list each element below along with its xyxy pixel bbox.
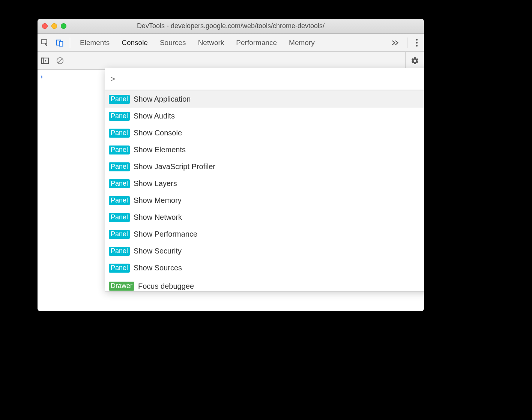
minimize-window-button[interactable]: [51, 23, 57, 29]
main-toolbar: ElementsConsoleSourcesNetworkPerformance…: [38, 34, 424, 52]
command-item[interactable]: PanelShow Console: [105, 124, 424, 141]
command-item[interactable]: PanelShow Audits: [105, 108, 424, 124]
tab-elements[interactable]: Elements: [80, 39, 110, 47]
command-item[interactable]: PanelShow Elements: [105, 141, 424, 158]
command-item[interactable]: PanelShow Layers: [105, 175, 424, 192]
console-settings-icon[interactable]: [405, 52, 424, 70]
svg-point-3: [416, 39, 418, 40]
command-item-label: Show Elements: [134, 146, 186, 154]
svg-point-4: [416, 42, 418, 43]
panel-badge: Panel: [109, 213, 130, 222]
command-item[interactable]: PanelShow JavaScript Profiler: [105, 158, 424, 175]
command-item[interactable]: DrawerFocus debuggee: [105, 276, 424, 291]
traffic-lights: [42, 23, 66, 29]
tab-console[interactable]: Console: [122, 39, 148, 47]
inspect-element-icon[interactable]: [38, 34, 53, 52]
command-item-label: Show JavaScript Profiler: [134, 162, 215, 171]
tabs: ElementsConsoleSourcesNetworkPerformance…: [72, 39, 386, 47]
toggle-sidebar-icon[interactable]: [38, 57, 53, 64]
command-menu-input-row: >: [105, 68, 424, 90]
command-item[interactable]: PanelShow Performance: [105, 226, 424, 243]
devtools-window: DevTools - developers.google.com/web/too…: [38, 19, 424, 311]
panel-badge: Panel: [109, 129, 130, 138]
svg-point-5: [416, 45, 418, 46]
close-window-button[interactable]: [42, 23, 48, 29]
command-item-label: Show Layers: [134, 179, 177, 188]
drawer-badge: Drawer: [109, 282, 134, 291]
panel-badge: Panel: [109, 247, 130, 256]
command-item-label: Show Security: [134, 247, 182, 255]
command-menu-input[interactable]: [117, 74, 424, 84]
command-item[interactable]: PanelShow Security: [105, 243, 424, 260]
command-item-label: Show Sources: [134, 264, 182, 272]
maximize-window-button[interactable]: [61, 23, 66, 29]
tab-network[interactable]: Network: [198, 39, 224, 47]
panel-badge: Panel: [109, 95, 130, 104]
command-prompt-symbol: >: [110, 74, 115, 84]
settings-menu-icon[interactable]: [410, 39, 424, 47]
command-item-label: Show Console: [134, 129, 182, 137]
command-item-label: Show Network: [134, 213, 182, 222]
svg-rect-2: [59, 41, 63, 46]
panel-badge: Panel: [109, 264, 130, 273]
titlebar: DevTools - developers.google.com/web/too…: [38, 19, 424, 34]
panel-badge: Panel: [109, 146, 130, 154]
toolbar-separator: [407, 38, 407, 48]
tab-sources[interactable]: Sources: [160, 39, 186, 47]
console-prompt-icon: ›: [41, 73, 43, 81]
tab-memory[interactable]: Memory: [289, 39, 315, 47]
svg-rect-7: [42, 58, 44, 63]
command-item-label: Show Performance: [134, 230, 197, 238]
panel-badge: Panel: [109, 230, 130, 239]
tab-performance[interactable]: Performance: [236, 39, 277, 47]
svg-line-9: [58, 58, 62, 63]
command-item[interactable]: PanelShow Sources: [105, 260, 424, 276]
console-toolbar: [38, 52, 424, 70]
device-toolbar-icon[interactable]: [53, 34, 68, 52]
panel-badge: Panel: [109, 162, 130, 171]
panel-badge: Panel: [109, 112, 130, 121]
command-item-label: Show Application: [134, 95, 191, 104]
command-item-label: Show Memory: [134, 196, 182, 205]
svg-rect-0: [42, 39, 47, 44]
command-item-label: Focus debuggee: [138, 282, 194, 291]
clear-console-icon[interactable]: [53, 57, 68, 65]
command-item[interactable]: PanelShow Application: [105, 91, 424, 108]
command-item[interactable]: PanelShow Network: [105, 209, 424, 226]
tabs-overflow-icon[interactable]: [386, 39, 405, 46]
command-menu: > PanelShow ApplicationPanelShow AuditsP…: [105, 68, 424, 291]
command-item[interactable]: PanelShow Memory: [105, 192, 424, 209]
panel-badge: Panel: [109, 196, 130, 205]
window-title: DevTools - developers.google.com/web/too…: [38, 22, 424, 30]
toolbar-separator: [70, 38, 70, 48]
command-menu-list: PanelShow ApplicationPanelShow AuditsPan…: [105, 90, 424, 291]
command-item-label: Show Audits: [134, 112, 175, 120]
panel-badge: Panel: [109, 179, 130, 188]
